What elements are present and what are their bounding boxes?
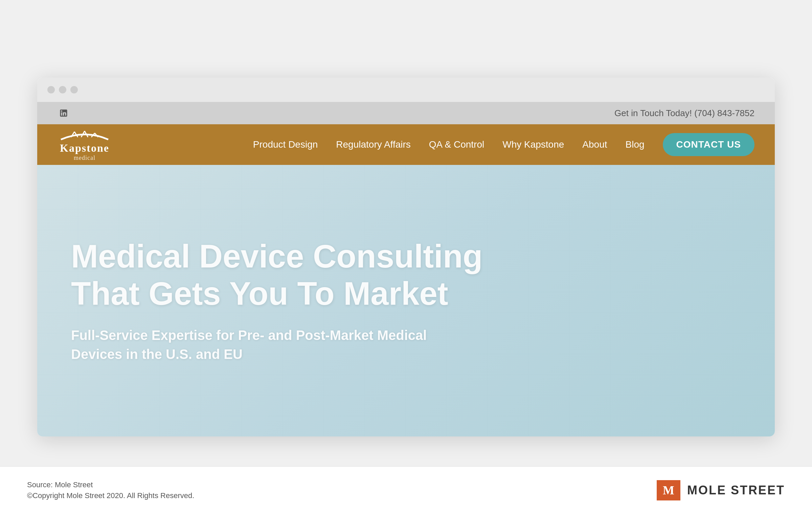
page-footer: Source: Mole Street ©Copyright Mole Stre… [0,466,812,514]
navbar: Kapstone medical Product Design Regulato… [37,124,775,165]
top-bar-contact-text: Get in Touch Today! (704) 843-7852 [614,108,754,119]
logo-sub-text: medical [74,154,95,162]
browser-dot-green [70,86,78,93]
browser-dot-yellow [59,86,66,93]
nav-link-regulatory-affairs[interactable]: Regulatory Affairs [336,139,411,150]
contact-us-button[interactable]: CONTACT US [663,133,754,156]
logo-area[interactable]: Kapstone medical [58,128,112,162]
nav-link-about[interactable]: About [582,139,607,150]
hero-title: Medical Device Consulting That Gets You … [71,238,545,313]
footer-copyright-label: ©Copyright Mole Street 2020. All Rights … [27,491,194,500]
hero-section: Medical Device Consulting That Gets You … [37,165,775,436]
logo-arch-icon [58,128,112,141]
logo-main-text: Kapstone [60,142,109,154]
footer-left: Source: Mole Street ©Copyright Mole Stre… [27,480,194,500]
mole-street-icon: M [657,480,680,500]
svg-text:M: M [663,484,674,497]
page-wrapper: Get in Touch Today! (704) 843-7852 [0,0,812,514]
footer-source-label: Source: Mole Street [27,480,194,489]
browser-chrome [37,78,775,102]
nav-link-blog[interactable]: Blog [625,139,644,150]
hero-subtitle: Full-Service Expertise for Pre- and Post… [71,326,477,364]
mole-street-logo-icon: M [657,480,680,500]
browser-window: Get in Touch Today! (704) 843-7852 [37,78,775,436]
linkedin-icon[interactable] [58,107,70,119]
nav-link-qa-control[interactable]: QA & Control [429,139,484,150]
nav-links: Product Design Regulatory Affairs QA & C… [253,133,754,156]
mole-street-brand-label: MOLE STREET [687,483,785,497]
website-content: Get in Touch Today! (704) 843-7852 [37,102,775,436]
browser-dot-red [47,86,55,93]
top-bar: Get in Touch Today! (704) 843-7852 [37,102,775,124]
nav-link-product-design[interactable]: Product Design [253,139,318,150]
footer-logo-area: M MOLE STREET [657,480,785,500]
nav-link-why-kapstone[interactable]: Why Kapstone [502,139,564,150]
browser-dots [47,86,78,93]
